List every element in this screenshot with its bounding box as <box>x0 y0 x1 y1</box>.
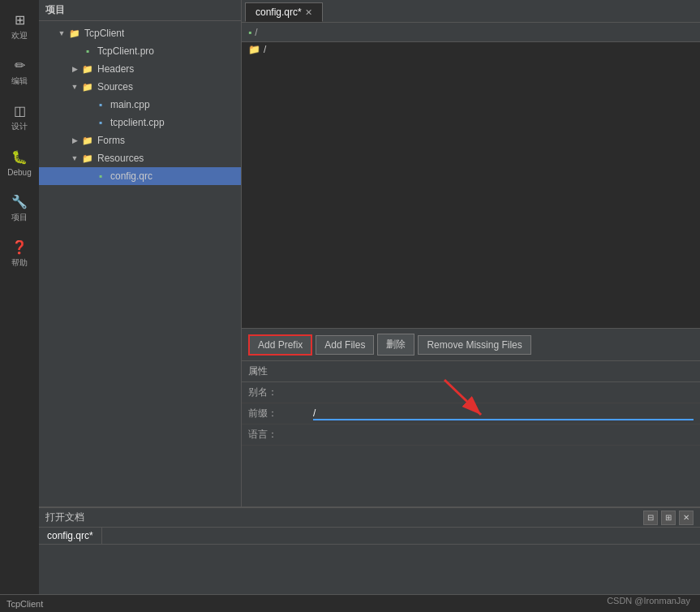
editor-area: config.qrc* ✕ ▪ / 📁 / <box>242 0 700 506</box>
doc-tabs: config.qrc* <box>39 528 700 545</box>
tree-item-tcpclient-cpp[interactable]: ▪ tcpclient.cpp <box>39 114 241 131</box>
tree-content[interactable]: ▼ 📁 TcpClient ▪ TcpClient.pro ▶ 📁 <box>39 21 241 506</box>
toggle-forms: ▶ <box>68 136 81 144</box>
editor-breadcrumb: ▪ / <box>242 23 700 42</box>
doc-panel-controls: ⊟ ⊞ ✕ <box>643 511 694 525</box>
sidebar-item-design[interactable]: ◫ 设计 <box>0 94 39 140</box>
properties-panel: Add Prefix Add Files 删除 Remove Missing F… <box>242 328 700 506</box>
tree-item-main-cpp[interactable]: ▪ main.cpp <box>39 96 241 114</box>
tree-item-sources[interactable]: ▼ 📁 Sources <box>39 78 241 96</box>
tree-label-main-cpp: main.cpp <box>110 99 150 110</box>
property-value-prefix[interactable] <box>313 407 694 420</box>
property-row-language: 语言： <box>242 425 700 446</box>
editor-tab-config-qrc[interactable]: config.qrc* ✕ <box>245 2 323 22</box>
doc-panel-maximize[interactable]: ⊞ <box>661 511 676 525</box>
sidebar-item-welcome[interactable]: ⊞ 欢迎 <box>0 3 39 49</box>
folder-icon-resources: 📁 <box>81 152 94 165</box>
project-icon: 🔧 <box>11 192 28 210</box>
property-label-prefix: 前缀： <box>248 407 313 420</box>
property-value-language[interactable] <box>313 429 694 441</box>
folder-icon-sources: 📁 <box>81 80 94 93</box>
file-icon-tcpclient-cpp: ▪ <box>94 116 107 129</box>
doc-tab-label: config.qrc* <box>47 530 93 541</box>
tree-item-headers[interactable]: ▶ 📁 Headers <box>39 60 241 78</box>
tree-item-config-qrc[interactable]: ▪ config.qrc <box>39 167 241 185</box>
tab-close-config-qrc[interactable]: ✕ <box>305 7 312 18</box>
design-icon: ◫ <box>11 101 28 119</box>
sidebar-item-debug[interactable]: 🐛 Debug <box>0 140 39 185</box>
sidebar-label-edit: 编辑 <box>11 75 28 87</box>
add-prefix-button[interactable]: Add Prefix <box>248 334 312 356</box>
project-tree: 项目 ▼ 📁 TcpClient ▪ TcpClient.pro <box>39 0 242 506</box>
resource-folder-icon: 📁 <box>248 44 260 55</box>
tree-item-pro[interactable]: ▪ TcpClient.pro <box>39 42 241 60</box>
help-icon: ❓ <box>11 238 28 256</box>
toggle-sources: ▼ <box>68 83 81 91</box>
doc-panel-close[interactable]: ✕ <box>679 511 694 525</box>
property-label-alias: 别名： <box>248 386 313 399</box>
toggle-headers: ▶ <box>68 65 81 73</box>
remove-missing-button[interactable]: Remove Missing Files <box>418 335 530 355</box>
welcome-icon: ⊞ <box>11 11 28 28</box>
doc-panel-header: 打开文档 ⊟ ⊞ ✕ <box>39 508 700 528</box>
folder-icon-forms: 📁 <box>81 134 94 147</box>
tree-label-pro: TcpClient.pro <box>97 45 154 57</box>
tree-label-tcpclient: TcpClient <box>84 28 124 39</box>
resource-tree-root[interactable]: 📁 / <box>242 42 700 57</box>
tree-item-tcpclient[interactable]: ▼ 📁 TcpClient <box>39 24 241 42</box>
arrow-annotation <box>436 376 501 420</box>
doc-panel-title: 打开文档 <box>45 511 84 524</box>
tree-label-sources: Sources <box>97 81 133 93</box>
sidebar-label-debug: Debug <box>7 168 31 177</box>
edit-icon: ✏ <box>11 56 28 74</box>
tree-label-headers: Headers <box>97 63 134 75</box>
property-label-language: 语言： <box>248 428 313 442</box>
tree-label-resources: Resources <box>97 153 144 164</box>
resource-root-label: / <box>264 44 266 55</box>
tree-item-resources[interactable]: ▼ 📁 Resources <box>39 149 241 167</box>
file-icon-main-cpp: ▪ <box>94 98 107 111</box>
breadcrumb-path: / <box>255 27 257 38</box>
file-icon-pro: ▪ <box>81 45 94 58</box>
tree-label-forms: Forms <box>97 135 125 146</box>
properties-area: 属性 <box>242 361 700 506</box>
sidebar-label-welcome: 欢迎 <box>11 30 28 41</box>
sidebar-item-help[interactable]: ❓ 帮助 <box>0 231 39 276</box>
resource-toolbar: Add Prefix Add Files 删除 Remove Missing F… <box>242 329 700 361</box>
toggle-resources: ▼ <box>68 154 81 162</box>
editor-tabs: config.qrc* ✕ <box>242 0 700 23</box>
sidebar-item-project[interactable]: 🔧 项目 <box>0 185 39 231</box>
doc-tab-config-qrc[interactable]: config.qrc* <box>39 528 102 544</box>
debug-icon: 🐛 <box>11 149 28 166</box>
property-value-alias[interactable] <box>313 387 694 399</box>
status-bar-label: TcpClient <box>6 599 43 609</box>
sidebar-label-help: 帮助 <box>11 257 28 269</box>
tree-item-forms[interactable]: ▶ 📁 Forms <box>39 131 241 149</box>
file-icon-config-qrc: ▪ <box>94 170 107 183</box>
top-panel: 项目 ▼ 📁 TcpClient ▪ TcpClient.pro <box>39 0 700 506</box>
sidebar: ⊞ 欢迎 ✏ 编辑 ◫ 设计 🐛 Debug 🔧 项目 ❓ 帮助 <box>0 0 39 612</box>
sidebar-label-design: 设计 <box>11 121 28 132</box>
tab-label-config-qrc: config.qrc* <box>256 6 302 18</box>
tree-label-tcpclient-cpp: tcpclient.cpp <box>110 117 165 128</box>
doc-panel-minimize[interactable]: ⊟ <box>643 511 658 525</box>
folder-icon-tcpclient: 📁 <box>68 27 81 40</box>
main-area: 项目 ▼ 📁 TcpClient ▪ TcpClient.pro <box>39 0 700 612</box>
toggle-tcpclient: ▼ <box>55 29 68 37</box>
add-files-button[interactable]: Add Files <box>316 335 374 355</box>
svg-line-1 <box>444 380 481 415</box>
folder-icon-headers: 📁 <box>81 62 94 75</box>
breadcrumb-icon: ▪ <box>248 27 251 38</box>
delete-button[interactable]: 删除 <box>377 334 414 356</box>
tree-label-config-qrc: config.qrc <box>110 170 152 182</box>
project-tree-header: 项目 <box>39 0 241 21</box>
status-bar: TcpClient <box>0 594 700 612</box>
resource-tree-area: 📁 / <box>242 42 700 328</box>
sidebar-item-edit[interactable]: ✏ 编辑 <box>0 49 39 94</box>
sidebar-label-project: 项目 <box>11 212 28 223</box>
